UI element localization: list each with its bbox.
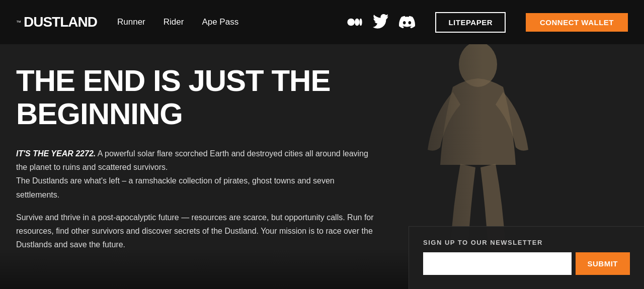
- logo-trademark: ™: [16, 20, 21, 25]
- nav-ape-pass[interactable]: Ape Pass: [202, 17, 238, 27]
- hero-paragraph-1: IT'S THE YEAR 2272. A powerful solar fla…: [16, 147, 376, 202]
- newsletter-email-input[interactable]: [423, 252, 572, 275]
- newsletter-submit-button[interactable]: SUBMIT: [576, 252, 630, 275]
- site-logo[interactable]: ™ DUSTLAND: [16, 14, 97, 30]
- hero-content: THE END IS JUST THE BEGINNING IT'S THE Y…: [0, 44, 392, 251]
- nav-runner[interactable]: Runner: [117, 17, 145, 27]
- newsletter-row: SUBMIT: [423, 252, 630, 275]
- hero-highlight: IT'S THE YEAR 2272.: [16, 149, 96, 158]
- hero-title: THE END IS JUST THE BEGINNING: [16, 64, 376, 131]
- discord-icon[interactable]: [399, 14, 415, 30]
- nav-links: Runner Rider Ape Pass: [117, 17, 327, 27]
- nav-rider[interactable]: Rider: [164, 17, 184, 27]
- newsletter-box: SIGN UP TO OUR NEWSLETTER SUBMIT: [409, 226, 644, 289]
- svg-point-1: [355, 19, 359, 26]
- logo-text: DUSTLAND: [24, 14, 97, 30]
- navbar: ™ DUSTLAND Runner Rider Ape Pass LITEPAP…: [0, 0, 644, 44]
- nav-social-icons: [347, 14, 415, 30]
- medium-icon[interactable]: [347, 14, 363, 30]
- litepaper-button[interactable]: LITEPAPER: [435, 12, 506, 33]
- newsletter-label: SIGN UP TO OUR NEWSLETTER: [423, 239, 630, 246]
- hero-section: THE END IS JUST THE BEGINNING IT'S THE Y…: [0, 44, 644, 289]
- svg-point-0: [348, 19, 355, 26]
- connect-wallet-button[interactable]: CONNECT WALLET: [526, 13, 628, 32]
- svg-point-2: [360, 19, 362, 26]
- twitter-icon[interactable]: [373, 14, 389, 30]
- hero-paragraph-2: Survive and thrive in a post-apocalyptic…: [16, 211, 376, 252]
- hero-body: IT'S THE YEAR 2272. A powerful solar fla…: [16, 147, 376, 251]
